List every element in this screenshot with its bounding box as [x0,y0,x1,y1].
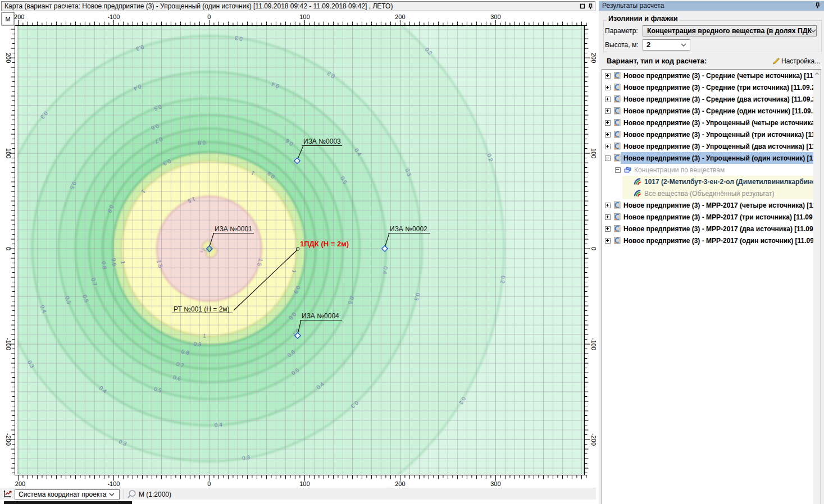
svg-text:Новое предприятие (3) - Средни: Новое предприятие (3) - Средние (два ист… [623,95,814,103]
svg-text:Новое предприятие (3) - Средни: Новое предприятие (3) - Средние (четыре … [623,72,814,80]
svg-text:0: 0 [5,247,12,250]
svg-text:Новое предприятие (3) - Упроще: Новое предприятие (3) - Упрощенный (один… [623,154,814,162]
svg-text:-100: -100 [107,480,120,487]
svg-text:Новое предприятие (3) - МРР-20: Новое предприятие (3) - МРР-2017 (четыре… [623,201,814,209]
svg-text:Новое предприятие (3) - МРР-2: Новое предприятие (3) - МРР-2017 (два ис… [623,225,814,233]
svg-text:0.8: 0.8 [101,261,108,270]
svg-text:200: 200 [5,53,12,63]
svg-text:1: 1 [203,332,207,338]
svg-text:300: 300 [490,480,500,487]
svg-text:300: 300 [490,13,500,20]
svg-text:М: М [5,16,10,22]
svg-text:0.4: 0.4 [382,266,389,275]
svg-text:ИЗА №0002: ИЗА №0002 [390,225,427,233]
svg-text:ИЗА №0001: ИЗА №0001 [215,225,252,233]
svg-text:0.9: 0.9 [111,258,118,267]
svg-text:100: 100 [299,480,309,487]
svg-text:Новое предприятие (3) - Упроще: Новое предприятие (3) - Упрощенный (два … [623,143,814,150]
svg-text:200: 200 [15,480,25,487]
svg-text:200: 200 [395,480,405,487]
svg-text:Новое предприятие (3) - МРР-20: Новое предприятие (3) - МРР-2017 (три ис… [623,213,814,221]
svg-text:-100: -100 [107,13,120,20]
svg-text:200: 200 [590,53,596,63]
svg-text:ИЗА №0004: ИЗА №0004 [302,312,339,320]
svg-text:1ПДК (Н = 2м): 1ПДК (Н = 2м) [300,240,349,248]
svg-text:-100: -100 [590,338,596,350]
svg-text:-200: -200 [590,433,596,446]
svg-text:Концентрации по веществам: Концентрации по веществам [634,166,725,174]
svg-text:-200: -200 [5,433,12,446]
svg-text:0: 0 [207,13,211,20]
svg-text:200: 200 [395,13,405,20]
svg-text:0.2: 0.2 [499,276,506,284]
svg-text:Все вещества (Объединённый рез: Все вещества (Объединённый результат) [644,190,775,198]
svg-text:Новое предприятие (3) - Упроще: Новое предприятие (3) - Упрощенный (три … [623,131,814,139]
svg-text:0.3: 0.3 [234,35,243,42]
svg-text:1017 (2-Метилбут-3-ен-2-ол (Ди: 1017 (2-Метилбут-3-ен-2-ол (Диметилвинил… [644,178,814,186]
svg-text:РТ №001 (Н = 2м): РТ №001 (Н = 2м) [174,305,230,313]
svg-text:Новое предприятие (3) - Средни: Новое предприятие (3) - Средние (один ис… [623,107,814,115]
svg-text:0: 0 [207,480,211,487]
svg-text:0.9: 0.9 [193,341,202,348]
svg-text:100: 100 [590,148,596,158]
svg-text:ИЗА №0003: ИЗА №0003 [303,138,341,145]
svg-text:Новое предприятие (3) - МРР-20: Новое предприятие (3) - МРР-2017 (один и… [623,237,814,245]
svg-text:100: 100 [5,148,12,158]
svg-text:Новое предприятие (3) - Средни: Новое предприятие (3) - Средние (три ист… [623,84,814,91]
svg-text:0.4: 0.4 [215,421,223,428]
svg-text:0.8: 0.8 [197,139,206,146]
svg-text:100: 100 [299,13,309,20]
svg-text:0: 0 [590,247,596,250]
svg-text:Новое предприятие (3) - Упроще: Новое предприятие (3) - Упрощенный (четы… [623,119,814,127]
svg-text:-100: -100 [5,338,12,350]
